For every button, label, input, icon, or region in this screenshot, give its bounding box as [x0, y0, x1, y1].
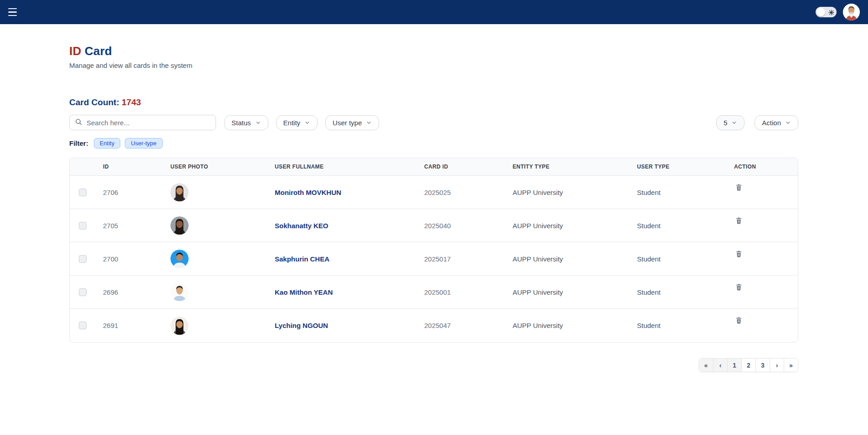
delete-button[interactable]: [734, 182, 744, 194]
page-size-select[interactable]: 5: [716, 115, 745, 130]
pager-prev-button[interactable]: ‹: [713, 358, 727, 372]
cell-card-id: 2025047: [416, 322, 504, 329]
table-body: 2706Moniroth MOVKHUN2025025AUPP Universi…: [70, 176, 798, 342]
status-dropdown[interactable]: Status: [224, 115, 268, 130]
card-count-label: Card Count:: [69, 97, 122, 107]
user-photo: [170, 250, 189, 268]
row-checkbox-cell: [70, 189, 95, 196]
cell-id: 2691: [95, 322, 162, 329]
user-photo: [170, 283, 189, 301]
chevron-down-icon: [785, 120, 791, 126]
pager-page-3[interactable]: 3: [755, 358, 770, 372]
trash-icon: [735, 252, 743, 259]
cell-user-type: Student: [629, 255, 726, 263]
entity-dropdown[interactable]: Entity: [276, 115, 318, 130]
row-checkbox[interactable]: [79, 222, 87, 230]
trash-icon: [735, 219, 743, 226]
header-user-photo: USER PHOTO: [162, 164, 267, 170]
user-photo: [170, 317, 189, 335]
cell-user-fullname: Sokhanatty KEO: [267, 222, 416, 230]
entity-dropdown-label: Entity: [283, 119, 301, 127]
user-fullname-link[interactable]: Kao Mithon YEAN: [275, 288, 333, 296]
row-checkbox-cell: [70, 222, 95, 230]
table-row: 2696Kao Mithon YEAN2025001AUPP Universit…: [70, 276, 798, 309]
cell-user-fullname: Lyching NGOUN: [267, 322, 416, 329]
cell-action: [726, 176, 798, 194]
cell-user-type: Student: [629, 222, 726, 230]
pagination-bar: « ‹ 1 2 3 › »: [69, 358, 798, 372]
cell-card-id: 2025001: [416, 288, 504, 296]
page-title-suffix: Card: [81, 44, 112, 58]
cell-user-photo: [162, 317, 267, 335]
cell-action: [726, 309, 798, 327]
row-checkbox[interactable]: [79, 288, 87, 296]
delete-button[interactable]: [734, 249, 744, 260]
row-checkbox-cell: [70, 288, 95, 296]
filter-chip-user-type[interactable]: User-type: [125, 138, 162, 148]
user-fullname-link[interactable]: Sakphurin CHEA: [275, 255, 329, 263]
user-type-dropdown-label: User type: [333, 119, 362, 127]
search-icon: [75, 118, 82, 128]
action-dropdown-label: Action: [762, 119, 781, 127]
search-input[interactable]: [87, 119, 211, 127]
hamburger-menu-icon[interactable]: [8, 6, 20, 18]
cell-user-type: Student: [629, 288, 726, 296]
header-user-fullname: USER FULLNAME: [267, 164, 416, 170]
header-action: ACTION: [726, 164, 798, 170]
filter-dropdowns: Status Entity User type: [224, 115, 379, 130]
pager-page-1-current[interactable]: 1: [727, 358, 741, 372]
chevron-down-icon: [366, 120, 372, 126]
cell-entity-type: AUPP University: [504, 288, 629, 296]
pager: « ‹ 1 2 3 › »: [699, 358, 798, 372]
status-dropdown-label: Status: [231, 119, 251, 127]
cell-entity-type: AUPP University: [504, 255, 629, 263]
chevron-down-icon: [255, 120, 261, 126]
delete-button[interactable]: [734, 215, 744, 227]
table-row: 2700Sakphurin CHEA2025017AUPP University…: [70, 242, 798, 276]
cell-user-type: Student: [629, 322, 726, 329]
row-checkbox-cell: [70, 255, 95, 263]
cell-id: 2706: [95, 189, 162, 196]
pager-last-button[interactable]: »: [784, 358, 798, 372]
chevron-down-icon: [304, 120, 310, 126]
user-type-dropdown[interactable]: User type: [325, 115, 379, 130]
user-photo: [170, 183, 189, 201]
delete-button[interactable]: [734, 315, 744, 327]
cell-id: 2705: [95, 222, 162, 230]
header-entity-type: ENTITY TYPE: [504, 164, 629, 170]
cell-card-id: 2025025: [416, 189, 504, 196]
theme-toggle[interactable]: [816, 7, 837, 17]
row-checkbox[interactable]: [79, 255, 87, 263]
cell-user-fullname: Moniroth MOVKHUN: [267, 189, 416, 196]
header-user-type: USER TYPE: [629, 164, 726, 170]
card-count: Card Count: 1743: [69, 97, 798, 107]
cards-table: ID USER PHOTO USER FULLNAME CARD ID ENTI…: [69, 158, 798, 343]
cell-entity-type: AUPP University: [504, 189, 629, 196]
row-checkbox-cell: [70, 322, 95, 329]
cell-action: [726, 209, 798, 227]
filter-chip-entity[interactable]: Entity: [94, 138, 121, 148]
row-checkbox[interactable]: [79, 322, 87, 329]
user-fullname-link[interactable]: Sokhanatty KEO: [275, 222, 329, 230]
action-dropdown[interactable]: Action: [755, 115, 798, 130]
cell-id: 2696: [95, 288, 162, 296]
page-subtitle: Manage and view all cards in the system: [69, 61, 798, 69]
top-navbar: [0, 0, 868, 24]
pager-page-2[interactable]: 2: [741, 358, 755, 372]
table-row: 2705Sokhanatty KEO2025040AUPP University…: [70, 209, 798, 242]
cell-user-photo: [162, 183, 267, 201]
table-header-row: ID USER PHOTO USER FULLNAME CARD ID ENTI…: [70, 158, 798, 176]
pager-next-button[interactable]: ›: [770, 358, 784, 372]
header-card-id: CARD ID: [416, 164, 504, 170]
user-fullname-link[interactable]: Moniroth MOVKHUN: [275, 189, 341, 196]
cell-card-id: 2025017: [416, 255, 504, 263]
card-count-value: 1743: [122, 97, 141, 107]
delete-button[interactable]: [734, 282, 744, 293]
user-fullname-link[interactable]: Lyching NGOUN: [275, 322, 328, 329]
cell-user-fullname: Sakphurin CHEA: [267, 255, 416, 263]
cell-entity-type: AUPP University: [504, 322, 629, 329]
user-avatar[interactable]: [843, 4, 860, 20]
row-checkbox[interactable]: [79, 189, 87, 196]
table-row: 2706Moniroth MOVKHUN2025025AUPP Universi…: [70, 176, 798, 209]
pager-first-button[interactable]: «: [699, 358, 713, 372]
